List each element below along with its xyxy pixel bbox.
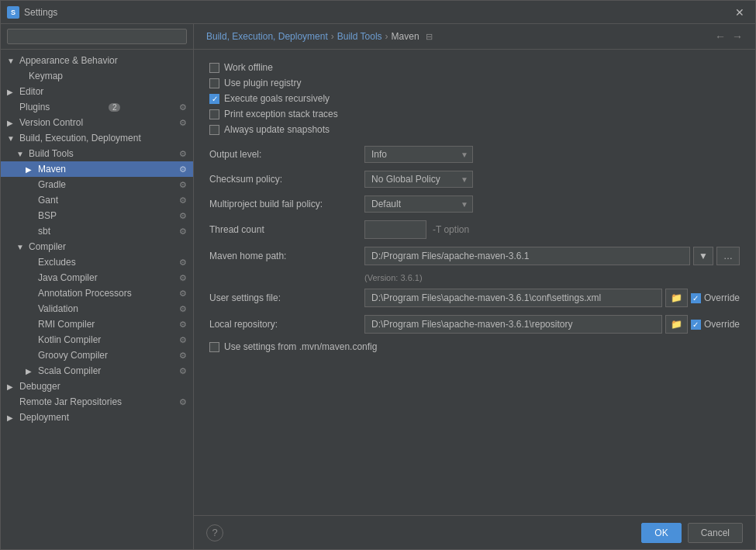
footer-left: ?: [206, 524, 223, 541]
app-icon: S: [7, 6, 19, 19]
sidebar-item-gant[interactable]: Gant ⚙: [1, 192, 193, 208]
sidebar-item-excludes[interactable]: Excludes ⚙: [1, 254, 193, 270]
maven-home-label: Maven home path:: [209, 251, 364, 261]
sidebar-item-debugger[interactable]: ▶ Debugger: [1, 379, 193, 394]
user-settings-label: User settings file:: [209, 292, 364, 303]
gear-icon: ⚙: [179, 195, 187, 206]
ok-button[interactable]: OK: [641, 523, 681, 543]
sidebar-item-gradle[interactable]: Gradle ⚙: [1, 177, 193, 192]
user-settings-browse-button[interactable]: 📁: [665, 289, 688, 307]
sidebar-item-kotlin-compiler[interactable]: Kotlin Compiler ⚙: [1, 332, 193, 348]
title-bar: S Settings ✕: [1, 1, 755, 24]
always-update-checkbox[interactable]: [209, 125, 219, 135]
output-level-label: Output level:: [209, 149, 364, 160]
checksum-policy-select-wrapper: No Global Policy Fail Warn Ignore ▼: [364, 171, 473, 188]
use-mvn-config-label[interactable]: Use settings from .mvn/maven.config: [209, 341, 377, 352]
sidebar-item-build-tools[interactable]: ▼ Build Tools ⚙: [1, 146, 193, 161]
work-offline-label[interactable]: Work offline: [209, 62, 273, 73]
arrow-icon: ▼: [16, 150, 26, 158]
gear-icon: ⚙: [179, 102, 187, 112]
arrow-icon: ▶: [7, 413, 16, 422]
arrow-icon: ▶: [26, 367, 35, 375]
sidebar-item-maven[interactable]: ▶ Maven ⚙: [1, 161, 193, 177]
sidebar-item-plugins[interactable]: Plugins 2 ⚙: [1, 99, 193, 115]
gear-icon: ⚙: [179, 227, 187, 237]
breadcrumb-sep-0: ›: [331, 31, 334, 42]
execute-goals-label[interactable]: ✓ Execute goals recursively: [209, 93, 330, 104]
print-exception-checkbox[interactable]: [209, 109, 219, 119]
arrow-icon: ▼: [7, 57, 16, 65]
local-repository-input[interactable]: [364, 315, 662, 334]
local-repository-row: Local repository: 📁 ✓ Override: [209, 315, 740, 334]
sidebar-item-java-compiler[interactable]: Java Compiler ⚙: [1, 270, 193, 285]
sidebar-item-annotation-processors[interactable]: Annotation Processors ⚙: [1, 285, 193, 301]
local-repository-browse-button[interactable]: 📁: [665, 315, 688, 334]
execute-goals-checkbox[interactable]: ✓: [209, 94, 219, 104]
use-plugin-registry-label[interactable]: Use plugin registry: [209, 78, 301, 88]
maven-home-dropdown-button[interactable]: ▼: [693, 247, 713, 265]
use-mvn-config-checkbox[interactable]: [209, 342, 219, 352]
multiproject-policy-row: Multiproject build fail policy: Default …: [209, 195, 740, 213]
back-button[interactable]: ←: [715, 30, 726, 43]
maven-home-path-row: ▼ …: [364, 247, 740, 265]
gear-icon: ⚙: [179, 211, 187, 221]
close-button[interactable]: ✕: [730, 5, 749, 20]
use-mvn-config-row: Use settings from .mvn/maven.config: [209, 341, 740, 352]
sidebar-item-bsp[interactable]: BSP ⚙: [1, 208, 193, 223]
breadcrumb-sep-1: ›: [385, 31, 388, 42]
sidebar-item-remote-jar[interactable]: Remote Jar Repositories ⚙: [1, 394, 193, 410]
sidebar-item-rmi-compiler[interactable]: RMI Compiler ⚙: [1, 317, 193, 332]
local-repository-override-checkbox[interactable]: ✓: [691, 320, 701, 330]
gear-icon: ⚙: [179, 118, 187, 128]
sidebar-item-deployment[interactable]: ▶ Deployment: [1, 410, 193, 425]
sidebar-item-build-execution[interactable]: ▼ Build, Execution, Deployment: [1, 130, 193, 146]
output-level-select-wrapper: Info Debug Warning Error ▼: [364, 146, 473, 163]
print-exception-label[interactable]: Print exception stack traces: [209, 109, 338, 119]
gear-icon: ⚙: [179, 335, 187, 345]
maven-home-select-wrapper: [364, 247, 690, 265]
sidebar-item-scala-compiler[interactable]: ▶ Scala Compiler ⚙: [1, 363, 193, 379]
sidebar-item-appearance[interactable]: ▼ Appearance & Behavior: [1, 53, 193, 68]
sidebar-item-version-control[interactable]: ▶ Version Control ⚙: [1, 115, 193, 130]
search-input[interactable]: [7, 29, 187, 44]
forward-button[interactable]: →: [732, 30, 743, 43]
sidebar: ▼ Appearance & Behavior Keymap ▶ Editor …: [1, 24, 194, 549]
main-content: ▼ Appearance & Behavior Keymap ▶ Editor …: [1, 24, 755, 549]
sidebar-item-compiler[interactable]: ▼ Compiler: [1, 239, 193, 254]
output-level-row: Output level: Info Debug Warning Error ▼: [209, 146, 740, 163]
breadcrumb: Build, Execution, Deployment › Build Too…: [194, 24, 755, 50]
thread-count-label: Thread count: [209, 224, 364, 235]
maven-home-input[interactable]: [364, 247, 690, 265]
always-update-label[interactable]: Always update snapshots: [209, 124, 330, 135]
work-offline-checkbox[interactable]: [209, 63, 219, 73]
pin-icon: ⊟: [426, 32, 433, 42]
breadcrumb-part-1[interactable]: Build Tools: [337, 31, 382, 42]
sidebar-item-editor[interactable]: ▶ Editor: [1, 84, 193, 99]
sidebar-item-groovy-compiler[interactable]: Groovy Compiler ⚙: [1, 348, 193, 363]
gear-icon: ⚙: [179, 258, 187, 268]
arrow-icon: ▼: [7, 134, 16, 143]
gear-icon: ⚙: [179, 351, 187, 361]
cancel-button[interactable]: Cancel: [688, 523, 743, 543]
breadcrumb-part-0[interactable]: Build, Execution, Deployment: [206, 31, 328, 42]
sidebar-item-sbt[interactable]: sbt ⚙: [1, 223, 193, 239]
gear-icon: ⚙: [179, 180, 187, 190]
help-button[interactable]: ?: [206, 524, 223, 541]
maven-home-browse-button[interactable]: …: [716, 247, 740, 265]
user-settings-input[interactable]: [364, 289, 662, 307]
local-repository-override: ✓ Override: [691, 319, 740, 330]
use-plugin-registry-checkbox[interactable]: [209, 78, 219, 88]
sidebar-item-validation[interactable]: Validation ⚙: [1, 301, 193, 317]
output-level-select[interactable]: Info Debug Warning Error: [364, 146, 473, 163]
sidebar-item-keymap[interactable]: Keymap: [1, 68, 193, 84]
user-settings-override-checkbox[interactable]: ✓: [691, 293, 701, 303]
main-panel: Build, Execution, Deployment › Build Too…: [194, 24, 755, 549]
breadcrumb-actions: ← →: [715, 30, 743, 43]
checksum-policy-select[interactable]: No Global Policy Fail Warn Ignore: [364, 171, 473, 188]
gear-icon: ⚙: [179, 397, 187, 407]
user-settings-path-row: 📁: [364, 289, 688, 307]
print-exception-row: Print exception stack traces: [209, 109, 740, 119]
panel-content: Work offline Use plugin registry ✓ Execu…: [194, 50, 755, 515]
thread-count-input[interactable]: [364, 220, 426, 239]
multiproject-policy-select[interactable]: Default Fail at End Never Fail Fail Fast: [364, 195, 473, 213]
